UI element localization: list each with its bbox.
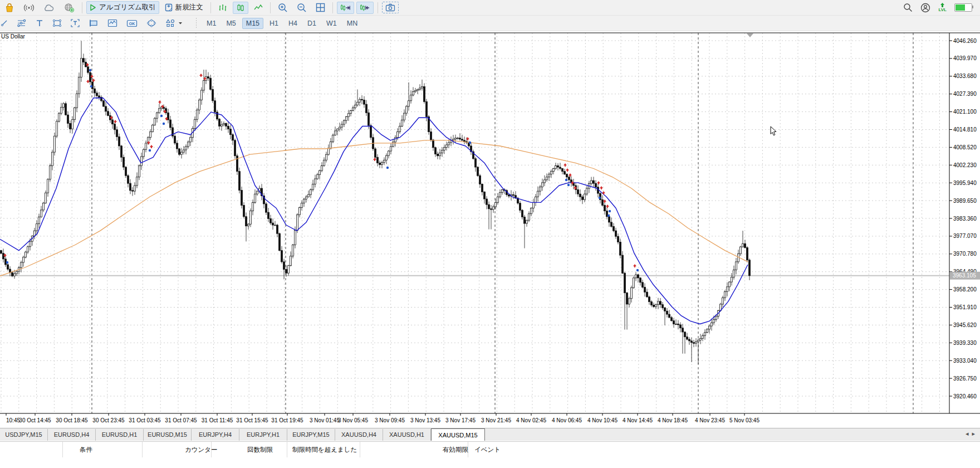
line-chart-icon[interactable] <box>251 2 266 14</box>
timeframe-mn[interactable]: MN <box>343 18 361 29</box>
svg-text:3989.650: 3989.650 <box>953 198 977 204</box>
status-separator <box>287 442 287 457</box>
svg-text:3 Nov 21:45: 3 Nov 21:45 <box>481 417 511 423</box>
new-order-page-icon <box>165 3 173 12</box>
bars-chart-icon[interactable] <box>215 2 231 14</box>
timeframe-m5[interactable]: M5 <box>222 18 239 29</box>
svg-text:4 Nov 18:45: 4 Nov 18:45 <box>658 417 688 423</box>
status-item: 有効期限 <box>443 446 468 454</box>
zoom-out-icon[interactable] <box>293 1 310 14</box>
chart-tab-eurusd-h1[interactable]: EURUSD,H1 <box>96 429 144 441</box>
price-axis[interactable]: 4046.2604039.9704033.6804027.3904021.100… <box>949 38 977 399</box>
zoom-in-icon[interactable] <box>275 1 291 14</box>
mt5-window: { "window": { "chart_title": "US Dollar"… <box>0 0 980 468</box>
timeframe-m15[interactable]: M15 <box>242 18 263 29</box>
svg-text:31 Oct 15:45: 31 Oct 15:45 <box>236 417 268 423</box>
svg-text:4008.520: 4008.520 <box>953 144 977 150</box>
dropdown-caret-icon <box>178 22 183 25</box>
svg-text:31 Oct 11:45: 31 Oct 11:45 <box>202 417 233 423</box>
community-icon[interactable] <box>60 1 78 14</box>
label-tool-icon[interactable] <box>67 17 83 29</box>
chart-tab-eurusd-m15[interactable]: EURUSD,M15 <box>144 429 192 441</box>
chart-shift-marker[interactable] <box>747 33 753 37</box>
svg-text:3 Nov 01:45: 3 Nov 01:45 <box>310 417 340 423</box>
status-item: 回数制限 <box>247 446 273 454</box>
svg-text:30 Oct 23:45: 30 Oct 23:45 <box>92 417 125 423</box>
toolbar-separator <box>82 2 82 13</box>
svg-text:3995.940: 3995.940 <box>953 180 977 186</box>
svg-text:4 Nov 14:45: 4 Nov 14:45 <box>623 417 653 423</box>
shift-end-button[interactable] <box>337 2 354 14</box>
price-chart-svg: 4046.2604039.9704033.6804027.3904021.100… <box>0 31 980 428</box>
level-label: LVL <box>938 8 947 12</box>
svg-text:3945.620: 3945.620 <box>953 322 977 328</box>
svg-text:30 Oct 14:45: 30 Oct 14:45 <box>19 417 51 423</box>
svg-text:4027.390: 4027.390 <box>953 91 977 97</box>
algo-trading-button[interactable]: アルゴリズム取引 <box>86 1 159 14</box>
svg-text:30 Oct 18:45: 30 Oct 18:45 <box>56 417 88 423</box>
chart-tab-xauusd-h1[interactable]: XAUUSD,H1 <box>383 429 431 441</box>
chart-tab-bar: USDJPY,M15EURUSD,H4EURUSD,H1EURUSD,M15EU… <box>0 428 980 441</box>
svg-text:3951.910: 3951.910 <box>953 304 977 310</box>
signal-icon[interactable] <box>20 2 38 14</box>
chart-tab-eurjpy-m15[interactable]: EURJPY,M15 <box>287 429 335 441</box>
chart-tab-eurusd-h4[interactable]: EURUSD,H4 <box>48 429 96 441</box>
auto-scroll-button[interactable] <box>356 2 374 14</box>
svg-text:4021.100: 4021.100 <box>953 109 977 115</box>
chart-tab-xauusd-h4[interactable]: XAUUSD,H4 <box>335 429 383 441</box>
bid-price-value: 3963.105 <box>953 272 976 279</box>
lines-tool-icon[interactable] <box>13 17 30 29</box>
toolbar-right-group: LVL <box>903 3 972 13</box>
svg-text:3958.200: 3958.200 <box>953 286 977 292</box>
screenshot-icon[interactable] <box>382 2 399 13</box>
mouse-cursor <box>771 126 776 135</box>
tab-scroll-arrows[interactable]: ◂▸ <box>966 430 978 437</box>
svg-text:3 Nov 05:45: 3 Nov 05:45 <box>338 417 368 423</box>
button-object-tool-icon[interactable]: OK <box>123 18 141 29</box>
svg-text:3970.780: 3970.780 <box>953 251 977 257</box>
svg-text:4033.680: 4033.680 <box>953 73 977 79</box>
timeframe-h1[interactable]: H1 <box>266 18 282 29</box>
day-separators <box>92 33 913 413</box>
svg-text:3920.460: 3920.460 <box>953 393 977 399</box>
timeframe-w1[interactable]: W1 <box>322 18 341 29</box>
timeframe-m1[interactable]: M1 <box>203 18 220 29</box>
svg-text:4 Nov 10:45: 4 Nov 10:45 <box>587 417 618 423</box>
toolbar-separator <box>270 2 271 13</box>
candlesticks <box>1 41 751 364</box>
algo-trading-label: アルゴリズム取引 <box>99 3 156 12</box>
chart-tab-usdjpy-m15[interactable]: USDJPY,M15 <box>0 429 48 441</box>
svg-text:31 Oct 03:45: 31 Oct 03:45 <box>129 417 161 423</box>
ellipse-tool-icon[interactable] <box>143 17 160 29</box>
chart-object-tool-icon[interactable] <box>85 17 102 29</box>
chart-tab-xauusd-m15[interactable]: XAUUSD,M15 <box>431 428 485 441</box>
toolbar-separator <box>378 2 378 13</box>
shape-rect-tool-icon[interactable] <box>49 17 65 29</box>
indicator-window-tool-icon[interactable] <box>104 17 121 29</box>
market-bag-icon[interactable] <box>1 1 18 14</box>
chart-tab-eurjpy-h1[interactable]: EURJPY,H1 <box>239 429 287 441</box>
level-indicator[interactable]: LVL <box>938 3 947 12</box>
svg-text:4 Nov 02:45: 4 Nov 02:45 <box>516 417 546 423</box>
timeframe-h4[interactable]: H4 <box>285 18 301 29</box>
text-tool-icon[interactable] <box>32 18 47 29</box>
candles-chart-icon[interactable] <box>233 2 248 14</box>
search-icon[interactable] <box>903 3 913 12</box>
shapes-group-tool-icon[interactable] <box>162 17 186 29</box>
profile-icon[interactable] <box>920 3 930 13</box>
drawing-toolbar: OK M1M5M15H1H4D1W1MN <box>0 16 980 31</box>
svg-text:3 Nov 09:45: 3 Nov 09:45 <box>375 417 405 423</box>
new-order-button[interactable]: 新規注文 <box>161 1 207 14</box>
crosshair-tool-icon[interactable] <box>0 18 11 29</box>
cloud-icon[interactable] <box>40 2 58 14</box>
ma-fast-line <box>0 98 748 324</box>
chart-tab-eurjpy-h4[interactable]: EURJPY,H4 <box>192 429 239 441</box>
time-axis[interactable]: 10:4530 Oct 14:4530 Oct 18:4530 Oct 23:4… <box>6 413 759 423</box>
tile-windows-icon[interactable] <box>312 1 329 14</box>
battery-icon <box>954 3 972 12</box>
new-order-label: 新規注文 <box>175 3 203 12</box>
svg-text:3926.750: 3926.750 <box>953 376 977 382</box>
timeframe-d1[interactable]: D1 <box>303 18 320 29</box>
chart-canvas[interactable]: 4046.2604039.9704033.6804027.3904021.100… <box>0 31 980 428</box>
svg-text:3977.070: 3977.070 <box>953 233 977 239</box>
